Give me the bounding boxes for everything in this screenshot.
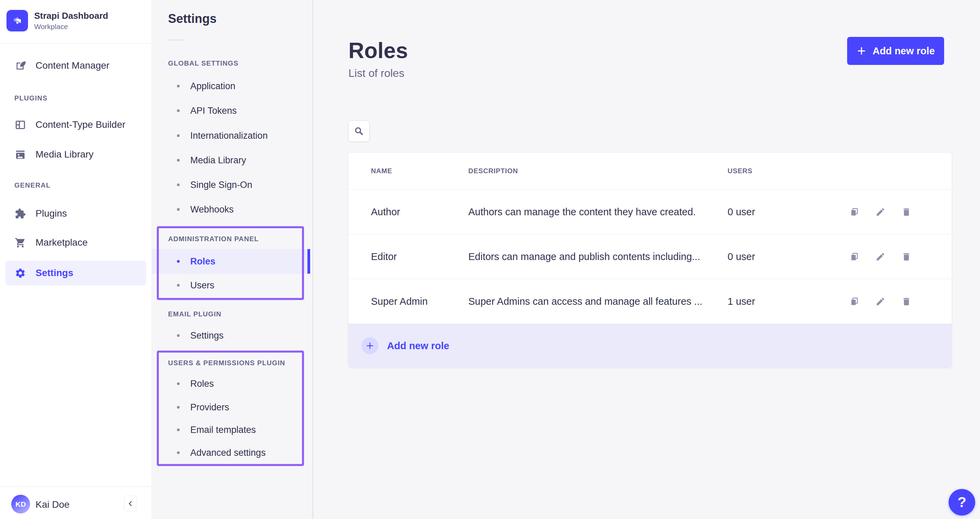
role-description: Super Admins can access and manage all f… [468, 296, 727, 307]
subnav-item-admin-users[interactable]: Users [152, 273, 307, 298]
edit-role-button[interactable] [873, 205, 887, 219]
bullet-icon [177, 109, 180, 112]
strapi-logo-icon [11, 14, 24, 28]
app-title: Strapi Dashboard [34, 11, 108, 21]
sidebar-item-marketplace[interactable]: Marketplace [5, 230, 146, 255]
content-manager-icon [15, 60, 26, 72]
sidebar-item-content-type-builder[interactable]: Content-Type Builder [5, 112, 146, 137]
bullet-icon [177, 183, 180, 186]
subnav-item-email-settings[interactable]: Settings [152, 323, 307, 348]
subnav-item-up-advanced-settings[interactable]: Advanced settings [152, 440, 307, 465]
subnav-section-administration-panel: ADMINISTRATION PANEL [168, 235, 259, 243]
delete-role-button[interactable] [899, 250, 913, 263]
subnav-item-label: API Tokens [190, 105, 237, 116]
bullet-icon [177, 260, 180, 263]
subnav-item-up-providers[interactable]: Providers [152, 395, 307, 420]
sidebar-item-label: Marketplace [35, 237, 88, 248]
subnav-item-internationalization[interactable]: Internationalization [152, 123, 307, 148]
subnav-section-email-plugin: EMAIL PLUGIN [168, 310, 221, 318]
gear-icon [15, 267, 26, 279]
add-new-role-button[interactable]: Add new role [847, 37, 944, 65]
role-users-count: 1 user [727, 296, 848, 307]
subnav-item-label: Application [190, 81, 235, 92]
main-content: Roles List of roles Add new role NAME DE… [313, 0, 980, 519]
table-footer-add-new-role[interactable]: Add new role [348, 324, 951, 368]
page-subtitle: List of roles [348, 67, 404, 80]
subnav-item-single-sign-on[interactable]: Single Sign-On [152, 172, 307, 197]
subnav-item-up-roles[interactable]: Roles [152, 371, 307, 396]
settings-subnav: Settings GLOBAL SETTINGS Application API… [152, 0, 313, 519]
column-header-name: NAME [371, 167, 468, 175]
role-name: Super Admin [371, 296, 468, 307]
delete-role-button[interactable] [899, 295, 913, 308]
subnav-item-webhooks[interactable]: Webhooks [152, 197, 307, 222]
duplicate-role-button[interactable] [848, 250, 861, 263]
duplicate-icon [850, 207, 859, 217]
sidebar-item-content-manager[interactable]: Content Manager [5, 53, 146, 78]
table-header: NAME DESCRIPTION USERS [348, 153, 951, 189]
duplicate-icon [850, 296, 859, 306]
sidebar-item-plugins[interactable]: Plugins [5, 201, 146, 226]
sidebar-item-label: Content Manager [35, 60, 109, 71]
edit-icon [875, 252, 885, 262]
delete-role-button[interactable] [899, 205, 913, 219]
row-actions [848, 295, 933, 308]
sidebar-item-media-library[interactable]: Media Library [5, 142, 146, 167]
subnav-item-label: Providers [190, 402, 229, 413]
subnav-item-label: Internationalization [190, 131, 268, 141]
role-description: Editors can manage and publish contents … [468, 251, 727, 263]
row-actions [848, 250, 933, 263]
subnav-divider [168, 40, 184, 40]
subnav-item-label: Roles [190, 256, 216, 267]
sidebar-section-plugins: PLUGINS [14, 94, 48, 102]
sidebar-item-label: Media Library [35, 149, 94, 160]
subnav-item-label: Email templates [190, 425, 256, 435]
column-header-description: DESCRIPTION [468, 167, 727, 175]
subnav-item-application[interactable]: Application [152, 74, 307, 99]
sidebar-section-general: GENERAL [14, 181, 51, 189]
bullet-icon [177, 382, 180, 385]
table-row-author[interactable]: Author Authors can manage the content th… [348, 189, 951, 234]
table-row-editor[interactable]: Editor Editors can manage and publish co… [348, 234, 951, 279]
sidebar-divider [0, 43, 152, 44]
role-description: Authors can manage the content they have… [468, 206, 727, 218]
picture-icon [15, 149, 26, 160]
subnav-item-label: Roles [190, 379, 214, 389]
trash-icon [901, 207, 912, 217]
duplicate-role-button[interactable] [848, 205, 861, 219]
duplicate-icon [850, 252, 859, 262]
bullet-icon [177, 284, 180, 287]
page-title: Roles [348, 40, 408, 62]
search-icon [353, 126, 364, 136]
subnav-item-admin-roles[interactable]: Roles [152, 249, 307, 274]
avatar[interactable]: KD [11, 495, 30, 514]
subnav-item-label: Users [190, 280, 215, 291]
edit-icon [875, 296, 885, 306]
edit-role-button[interactable] [873, 250, 887, 263]
search-button[interactable] [348, 120, 369, 142]
subnav-item-up-email-templates[interactable]: Email templates [152, 417, 307, 442]
help-button[interactable]: ? [948, 489, 975, 516]
subnav-item-label: Webhooks [190, 204, 234, 215]
subnav-item-media-library[interactable]: Media Library [152, 148, 307, 172]
bullet-icon [177, 208, 180, 211]
role-name: Editor [371, 251, 468, 263]
table-row-super-admin[interactable]: Super Admin Super Admins can access and … [348, 279, 951, 324]
collapse-sidebar-button[interactable] [124, 495, 137, 512]
strapi-logo [6, 10, 28, 32]
sidebar-item-label: Settings [35, 267, 73, 279]
sidebar-item-settings[interactable]: Settings [5, 261, 146, 285]
bullet-icon [177, 159, 180, 162]
chevron-left-icon [127, 500, 134, 507]
edit-role-button[interactable] [873, 295, 887, 308]
add-new-role-label: Add new role [872, 45, 935, 57]
footer-add-label: Add new role [387, 340, 449, 352]
cart-icon [15, 237, 26, 248]
roles-table: NAME DESCRIPTION USERS Author Authors ca… [348, 153, 951, 368]
sidebar-item-label: Content-Type Builder [35, 119, 126, 130]
subnav-item-api-tokens[interactable]: API Tokens [152, 99, 307, 123]
role-users-count: 0 user [727, 206, 848, 218]
trash-icon [901, 252, 912, 262]
duplicate-role-button[interactable] [848, 295, 861, 308]
bullet-icon [177, 134, 180, 137]
